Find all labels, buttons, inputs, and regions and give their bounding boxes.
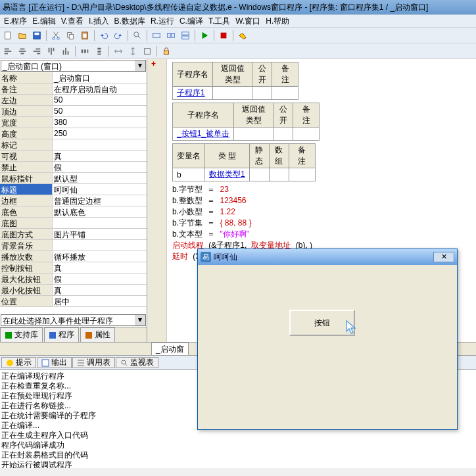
window-titlebar: 易语言 [正在运行] - D:\用户目录\Desktop\多线程传递自定义数据.…: [0, 0, 476, 14]
same-h-icon[interactable]: [126, 45, 139, 58]
menu-help[interactable]: H.帮助: [264, 16, 291, 26]
svg-rect-10: [153, 33, 160, 37]
property-grid[interactable]: 名称_启动窗口备注在程序启动后自动左边50顶边50宽度380高度250标记可视真…: [0, 72, 147, 314]
menu-insert[interactable]: I.插入: [87, 16, 110, 26]
menu-run[interactable]: R.运行: [149, 16, 176, 26]
property-row[interactable]: 底图: [0, 218, 147, 229]
menu-view[interactable]: V.查看: [60, 16, 85, 26]
new-icon[interactable]: [1, 29, 14, 42]
svg-rect-14: [182, 36, 189, 38]
redo-icon[interactable]: [112, 29, 125, 42]
run-icon[interactable]: [198, 29, 211, 42]
property-row[interactable]: 顶边50: [0, 106, 147, 117]
svg-rect-21: [20, 53, 24, 54]
breakpoint-cross-icon: +: [147, 59, 160, 68]
svg-rect-43: [42, 360, 49, 366]
svg-point-9: [134, 32, 139, 36]
property-row[interactable]: 左边50: [0, 95, 147, 106]
tab-calltable[interactable]: 调用表: [72, 357, 115, 368]
undo-icon[interactable]: [97, 29, 110, 42]
rect1-icon[interactable]: [150, 29, 163, 42]
find-icon[interactable]: [131, 29, 144, 42]
property-row[interactable]: 底图方式图片平铺: [0, 229, 147, 240]
tab-properties[interactable]: 属性: [80, 327, 115, 342]
svg-rect-25: [49, 47, 50, 52]
chevron-down-icon[interactable]: ▾: [135, 60, 145, 71]
paste-icon[interactable]: [78, 29, 91, 42]
knife-icon[interactable]: [236, 29, 249, 42]
toolbar-1: [0, 28, 476, 43]
menu-program[interactable]: E.程序: [3, 16, 28, 26]
property-row[interactable]: 控制按钮真: [0, 262, 147, 274]
tab-output[interactable]: 输出: [37, 357, 72, 368]
property-row[interactable]: 名称_启动窗口: [0, 72, 147, 83]
rect3-icon[interactable]: [179, 29, 192, 42]
runtime-window[interactable]: 易 呵呵仙 ✕ 按钮: [197, 249, 458, 430]
close-button[interactable]: ✕: [433, 252, 454, 262]
property-row[interactable]: 宽度380: [0, 117, 147, 128]
svg-rect-17: [5, 51, 12, 52]
dist-v-icon[interactable]: [93, 45, 106, 58]
lock-icon[interactable]: [160, 45, 173, 58]
property-row[interactable]: 最小化按钮真: [0, 285, 147, 296]
svg-rect-32: [84, 49, 86, 53]
menu-tools[interactable]: T.工具: [207, 16, 231, 26]
svg-rect-31: [82, 49, 83, 53]
svg-rect-36: [97, 53, 101, 55]
same-w-icon[interactable]: [112, 45, 125, 58]
align-bottom-icon[interactable]: [59, 45, 72, 58]
cut-icon[interactable]: [49, 29, 62, 42]
open-icon[interactable]: [16, 29, 29, 42]
property-row[interactable]: 边框普通固定边框: [0, 195, 147, 206]
runtime-button[interactable]: 按钮: [289, 310, 355, 336]
stop-icon[interactable]: [217, 29, 230, 42]
code-line: b.文本型 ＝ "你好啊": [172, 229, 473, 240]
align-right-icon[interactable]: [30, 45, 43, 58]
menu-edit[interactable]: E.编辑: [31, 16, 57, 26]
code-line: b.字节集 ＝ { 88, 88 }: [172, 218, 473, 229]
tab-program[interactable]: 程序: [44, 327, 79, 342]
menu-database[interactable]: B.数据库: [113, 16, 147, 26]
code-gutter: +: [147, 59, 167, 342]
property-row[interactable]: 背景音乐: [0, 240, 147, 251]
property-row[interactable]: 位置居中: [0, 296, 147, 307]
event-selector[interactable]: 在此处选择加入事件处理子程序 ▾: [1, 314, 146, 326]
svg-rect-38: [164, 51, 169, 54]
svg-rect-35: [97, 51, 101, 53]
property-row[interactable]: 标记: [0, 139, 147, 151]
align-center-icon[interactable]: [16, 45, 29, 58]
tab-watch[interactable]: 监视表: [116, 357, 158, 368]
property-row[interactable]: 底色默认底色: [0, 206, 147, 218]
save-icon[interactable]: [30, 29, 43, 42]
toolbar-2: [0, 43, 476, 59]
align-left-icon[interactable]: [1, 45, 14, 58]
property-row[interactable]: 备注在程序启动后自动: [0, 83, 147, 95]
svg-rect-34: [97, 47, 101, 49]
tab-library[interactable]: 支持库: [0, 327, 43, 342]
menu-compile[interactable]: C.编译: [178, 16, 204, 26]
copy-icon[interactable]: [64, 29, 77, 42]
property-row[interactable]: 最大化按钮假: [0, 274, 147, 285]
property-row[interactable]: 标题呵呵仙: [0, 184, 147, 195]
rect2-icon[interactable]: [164, 29, 178, 42]
property-row[interactable]: 鼠标指针默认型: [0, 173, 147, 184]
svg-rect-39: [5, 332, 12, 339]
menu-window[interactable]: W.窗口: [234, 16, 262, 26]
svg-rect-30: [68, 51, 69, 55]
property-row[interactable]: 可视真: [0, 151, 147, 162]
tab-startup-window[interactable]: _启动窗: [151, 343, 189, 355]
dist-h-icon[interactable]: [78, 45, 91, 58]
tab-tips[interactable]: 提示: [1, 357, 36, 368]
app-icon: 易: [201, 252, 211, 262]
svg-rect-23: [34, 51, 41, 52]
runtime-titlebar[interactable]: 易 呵呵仙 ✕: [198, 249, 457, 265]
align-top-icon[interactable]: [45, 45, 58, 58]
chevron-down-icon[interactable]: ▾: [135, 315, 145, 325]
svg-rect-19: [20, 48, 25, 49]
property-row[interactable]: 高度250: [0, 128, 147, 139]
property-row[interactable]: 播放次数循环播放: [0, 251, 147, 262]
object-selector-text: _启动窗口 (窗口): [1, 60, 135, 71]
same-size-icon[interactable]: [141, 45, 154, 58]
property-row[interactable]: 禁止假: [0, 162, 147, 173]
object-selector[interactable]: _启动窗口 (窗口) ▾: [1, 60, 146, 72]
